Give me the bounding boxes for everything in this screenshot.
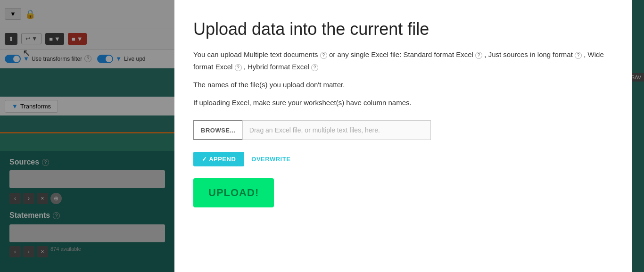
browse-button[interactable]: BROWSE... [193, 120, 242, 140]
multiple-text-help-icon[interactable]: ? [320, 52, 327, 59]
upload-submit-button[interactable]: UPLOAD! [193, 178, 274, 207]
modal-description-1: You can upload Multiple text documents ?… [193, 49, 613, 73]
hybrid-format-help-icon[interactable]: ? [311, 64, 318, 71]
file-drop-area[interactable]: Drag an Excel file, or multiple text fil… [242, 120, 431, 140]
modal-description-3: If uploading Excel, make sure your works… [193, 97, 613, 108]
mode-selection-row: ✓ APPEND OVERWRITE [193, 152, 613, 166]
drag-placeholder-text: Drag an Excel file, or multiple text fil… [249, 126, 380, 134]
wide-format-help-icon[interactable]: ? [235, 64, 242, 71]
modal-description-2: The names of the file(s) you upload don'… [193, 79, 613, 91]
standard-excel-help-icon[interactable]: ? [475, 52, 482, 59]
modal-title: Upload data into the current file [193, 19, 613, 39]
overwrite-button[interactable]: OVERWRITE [251, 156, 290, 163]
file-upload-row: BROWSE... Drag an Excel file, or multipl… [193, 120, 613, 140]
long-format-help-icon[interactable]: ? [575, 52, 582, 59]
append-button[interactable]: ✓ APPEND [193, 152, 244, 166]
upload-modal: Upload data into the current file You ca… [174, 0, 632, 272]
